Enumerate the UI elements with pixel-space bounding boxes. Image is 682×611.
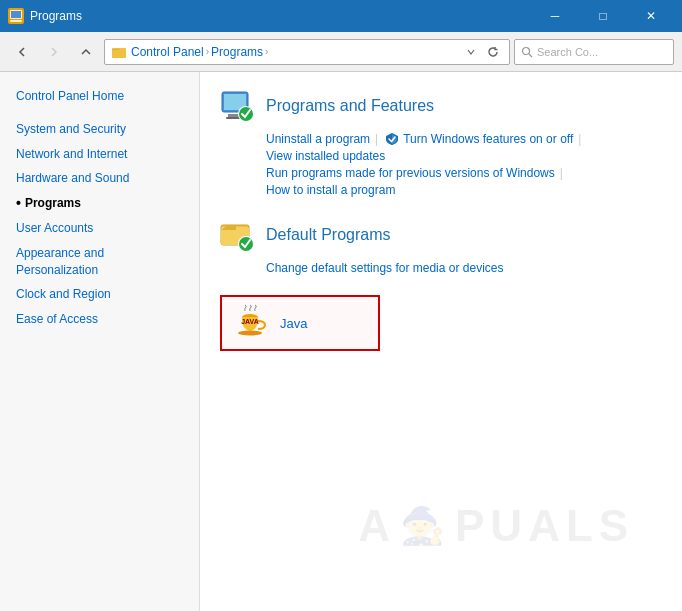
search-icon bbox=[521, 46, 533, 58]
link-row-1: Uninstall a program | Turn Windows featu… bbox=[266, 132, 662, 146]
sidebar-item-network[interactable]: Network and Internet bbox=[0, 142, 199, 167]
default-programs-header: Default Programs bbox=[220, 217, 662, 253]
maximize-button[interactable]: □ bbox=[580, 0, 626, 32]
sidebar-item-ease[interactable]: Ease of Access bbox=[0, 307, 199, 332]
link-row-2: View installed updates bbox=[266, 149, 662, 163]
default-programs-icon bbox=[220, 217, 256, 253]
watermark: A 🧙 PUALS bbox=[358, 501, 634, 551]
java-item[interactable]: JAVA Java bbox=[220, 295, 380, 351]
sidebar-item-clock[interactable]: Clock and Region bbox=[0, 282, 199, 307]
default-programs-title[interactable]: Default Programs bbox=[266, 226, 391, 244]
run-previous-link[interactable]: Run programs made for previous versions … bbox=[266, 166, 555, 180]
breadcrumb-sep-2: › bbox=[265, 46, 268, 57]
up-button[interactable] bbox=[72, 38, 100, 66]
active-bullet: • bbox=[16, 195, 21, 212]
svg-point-6 bbox=[523, 47, 530, 54]
search-placeholder: Search Co... bbox=[537, 46, 598, 58]
link-row-3: Run programs made for previous versions … bbox=[266, 166, 662, 180]
breadcrumb-sep-1: › bbox=[206, 46, 209, 57]
sidebar-item-appearance[interactable]: Appearance and Personalization bbox=[0, 241, 199, 283]
shield-icon bbox=[385, 132, 399, 146]
window-controls: ─ □ ✕ bbox=[532, 0, 674, 32]
java-icon: JAVA bbox=[230, 303, 270, 343]
svg-rect-2 bbox=[10, 20, 22, 22]
java-label[interactable]: Java bbox=[280, 316, 307, 331]
breadcrumb: Control Panel › Programs › bbox=[131, 45, 268, 59]
default-link-row: Change default settings for media or dev… bbox=[266, 261, 662, 275]
programs-features-links: Uninstall a program | Turn Windows featu… bbox=[266, 132, 662, 197]
search-box[interactable]: Search Co... bbox=[514, 39, 674, 65]
programs-features-header: Programs and Features bbox=[220, 88, 662, 124]
svg-rect-1 bbox=[11, 11, 21, 18]
dropdown-arrow[interactable] bbox=[461, 42, 481, 62]
svg-text:JAVA: JAVA bbox=[241, 318, 259, 325]
uninstall-link[interactable]: Uninstall a program bbox=[266, 132, 370, 146]
default-programs-links: Change default settings for media or dev… bbox=[266, 261, 662, 275]
sidebar-item-system-security[interactable]: System and Security bbox=[0, 117, 199, 142]
svg-line-7 bbox=[529, 54, 532, 57]
main-layout: Control Panel Home System and Security N… bbox=[0, 72, 682, 611]
sidebar-item-programs: • Programs bbox=[0, 191, 199, 216]
sidebar-item-home[interactable]: Control Panel Home bbox=[0, 84, 199, 109]
change-defaults-link[interactable]: Change default settings for media or dev… bbox=[266, 261, 503, 275]
refresh-button[interactable] bbox=[483, 42, 503, 62]
breadcrumb-control-panel[interactable]: Control Panel bbox=[131, 45, 204, 59]
svg-point-19 bbox=[238, 331, 262, 336]
sidebar: Control Panel Home System and Security N… bbox=[0, 72, 200, 611]
back-button[interactable] bbox=[8, 38, 36, 66]
address-icons bbox=[461, 42, 503, 62]
default-programs-section: Default Programs Change default settings… bbox=[220, 217, 662, 275]
forward-button[interactable] bbox=[40, 38, 68, 66]
link-row-4: How to install a program bbox=[266, 183, 662, 197]
address-bar[interactable]: Control Panel › Programs › bbox=[104, 39, 510, 65]
nav-bar: Control Panel › Programs › Search Co... bbox=[0, 32, 682, 72]
app-icon bbox=[8, 8, 24, 24]
svg-rect-5 bbox=[112, 50, 126, 58]
folder-icon bbox=[111, 44, 127, 60]
title-bar: Programs ─ □ ✕ bbox=[0, 0, 682, 32]
view-updates-link[interactable]: View installed updates bbox=[266, 149, 385, 163]
how-to-install-link[interactable]: How to install a program bbox=[266, 183, 395, 197]
sidebar-item-hardware[interactable]: Hardware and Sound bbox=[0, 166, 199, 191]
turn-features-link[interactable]: Turn Windows features on or off bbox=[403, 132, 573, 146]
programs-features-title[interactable]: Programs and Features bbox=[266, 97, 434, 115]
window-title: Programs bbox=[30, 9, 532, 23]
programs-features-icon bbox=[220, 88, 256, 124]
programs-features-section: Programs and Features Uninstall a progra… bbox=[220, 88, 662, 197]
content-area: Programs and Features Uninstall a progra… bbox=[200, 72, 682, 611]
minimize-button[interactable]: ─ bbox=[532, 0, 578, 32]
close-button[interactable]: ✕ bbox=[628, 0, 674, 32]
breadcrumb-programs[interactable]: Programs bbox=[211, 45, 263, 59]
sidebar-item-user-accounts[interactable]: User Accounts bbox=[0, 216, 199, 241]
